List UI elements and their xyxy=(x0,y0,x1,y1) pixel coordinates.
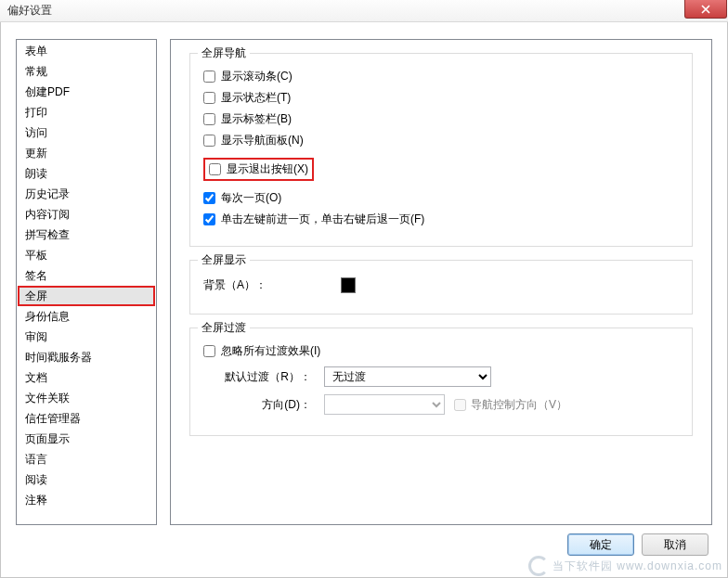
opt-label: 显示状态栏(T) xyxy=(221,90,291,106)
settings-panel: 全屏导航 显示滚动条(C) 显示状态栏(T) 显示标签栏(B) 显示导航面板(N… xyxy=(170,39,712,525)
sidebar-item[interactable]: 全屏 xyxy=(18,286,155,306)
checkbox[interactable] xyxy=(203,71,215,83)
opt-label: 显示标签栏(B) xyxy=(221,111,292,127)
checkbox[interactable] xyxy=(209,163,221,175)
opt-show-exit-button[interactable]: 显示退出按钮(X) xyxy=(203,158,314,181)
opt-show-scrollbar[interactable]: 显示滚动条(C) xyxy=(203,69,679,84)
direction-select[interactable] xyxy=(324,394,445,415)
title-bar: 偏好设置 xyxy=(0,0,728,22)
opt-label: 导航控制方向（V） xyxy=(471,397,567,413)
client-area: 表单常规创建PDF打印访问更新朗读历史记录内容订阅拼写检查平板签名全屏身份信息审… xyxy=(0,22,728,578)
opt-click-navigate[interactable]: 单击左键前进一页，单击右键后退一页(F) xyxy=(203,212,679,227)
opt-ignore-transitions[interactable]: 忽略所有过渡效果(I) xyxy=(203,343,679,359)
group-fullscreen-transition: 全屏过渡 忽略所有过渡效果(I) 默认过渡（R）： 无过渡 方向(D)： 导航控… xyxy=(189,328,693,436)
direction-label: 方向(D)： xyxy=(203,397,315,413)
sidebar-item[interactable]: 创建PDF xyxy=(18,82,155,102)
opt-label: 显示导航面板(N) xyxy=(221,133,304,148)
content-wrap: 表单常规创建PDF打印访问更新朗读历史记录内容订阅拼写检查平板签名全屏身份信息审… xyxy=(16,39,712,564)
sidebar-item[interactable]: 朗读 xyxy=(18,163,155,184)
checkbox[interactable] xyxy=(454,399,466,411)
sidebar-item[interactable]: 访问 xyxy=(18,122,155,143)
bg-label: 背景（A）： xyxy=(203,277,266,293)
sidebar-item[interactable]: 信任管理器 xyxy=(18,408,155,429)
checkbox[interactable] xyxy=(203,345,215,357)
group-fullscreen-nav: 全屏导航 显示滚动条(C) 显示状态栏(T) 显示标签栏(B) 显示导航面板(N… xyxy=(189,53,693,247)
sidebar-item[interactable]: 身份信息 xyxy=(18,306,155,327)
window-title: 偏好设置 xyxy=(7,3,52,19)
dialog-footer: 确定 取消 xyxy=(16,525,712,564)
main-row: 表单常规创建PDF打印访问更新朗读历史记录内容订阅拼写检查平板签名全屏身份信息审… xyxy=(16,39,712,525)
default-transition-select[interactable]: 无过渡 xyxy=(324,366,491,387)
close-icon xyxy=(701,5,710,14)
sidebar-item[interactable]: 语言 xyxy=(18,449,155,469)
opt-show-tabbar[interactable]: 显示标签栏(B) xyxy=(203,111,679,127)
opt-one-page[interactable]: 每次一页(O) xyxy=(203,190,679,206)
default-transition-label: 默认过渡（R）： xyxy=(203,369,315,385)
sidebar-item[interactable]: 阅读 xyxy=(18,469,155,490)
sidebar-item[interactable]: 页面显示 xyxy=(18,429,155,449)
sidebar-item[interactable]: 注释 xyxy=(18,490,155,510)
sidebar-item[interactable]: 审阅 xyxy=(18,327,155,347)
sidebar-item[interactable]: 文件关联 xyxy=(18,388,155,408)
sidebar-item[interactable]: 更新 xyxy=(18,143,155,163)
opt-show-navpanel[interactable]: 显示导航面板(N) xyxy=(203,133,679,148)
sidebar-item[interactable]: 文档 xyxy=(18,367,155,388)
row-background: 背景（A）： xyxy=(203,277,679,293)
sidebar-item[interactable]: 表单 xyxy=(18,41,155,61)
opt-label: 显示退出按钮(X) xyxy=(227,161,308,177)
row-direction: 方向(D)： 导航控制方向（V） xyxy=(203,394,679,415)
sidebar-item[interactable]: 常规 xyxy=(18,61,155,82)
category-sidebar[interactable]: 表单常规创建PDF打印访问更新朗读历史记录内容订阅拼写检查平板签名全屏身份信息审… xyxy=(16,39,157,525)
group-label: 全屏过渡 xyxy=(198,320,250,336)
opt-label: 每次一页(O) xyxy=(221,190,281,206)
sidebar-item[interactable]: 签名 xyxy=(18,265,155,286)
checkbox[interactable] xyxy=(203,113,215,125)
opt-label: 显示滚动条(C) xyxy=(221,69,292,84)
group-fullscreen-display: 全屏显示 背景（A）： xyxy=(189,260,693,315)
opt-label: 忽略所有过渡效果(I) xyxy=(221,343,320,359)
checkbox[interactable] xyxy=(203,192,215,204)
sidebar-item[interactable]: 平板 xyxy=(18,245,155,265)
bg-color-swatch[interactable] xyxy=(341,277,356,293)
checkbox[interactable] xyxy=(203,213,215,225)
checkbox[interactable] xyxy=(203,92,215,104)
sidebar-item[interactable]: 拼写检查 xyxy=(18,225,155,245)
ok-button[interactable]: 确定 xyxy=(567,533,634,556)
sidebar-item[interactable]: 内容订阅 xyxy=(18,204,155,225)
close-button[interactable] xyxy=(684,0,727,19)
sidebar-item[interactable]: 历史记录 xyxy=(18,184,155,204)
sidebar-item[interactable]: 打印 xyxy=(18,102,155,122)
opt-nav-control-direction[interactable]: 导航控制方向（V） xyxy=(454,397,567,413)
sidebar-item[interactable]: 时间戳服务器 xyxy=(18,347,155,367)
cancel-button[interactable]: 取消 xyxy=(642,533,708,556)
opt-show-statusbar[interactable]: 显示状态栏(T) xyxy=(203,90,679,106)
row-default-transition: 默认过渡（R）： 无过渡 xyxy=(203,366,679,387)
group-label: 全屏导航 xyxy=(198,45,250,61)
checkbox[interactable] xyxy=(203,135,215,147)
group-label: 全屏显示 xyxy=(198,252,250,268)
opt-label: 单击左键前进一页，单击右键后退一页(F) xyxy=(221,212,424,227)
